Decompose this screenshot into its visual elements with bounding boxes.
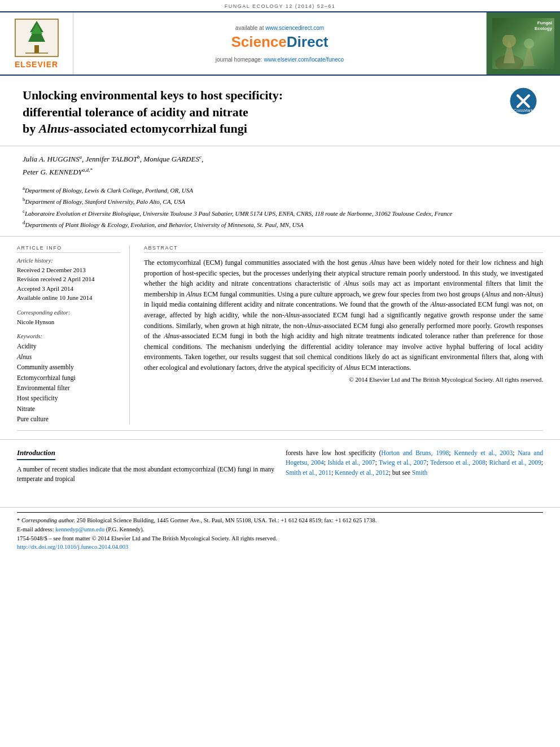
cover-label: Fungal Ecology xyxy=(535,20,552,31)
keywords-block: Keywords: Acidity Alnus Community assemb… xyxy=(17,333,121,424)
keyword-host-specificity: Host specificity xyxy=(17,393,121,403)
keyword-nitrate: Nitrate xyxy=(17,404,121,414)
header-area: ELSEVIER available at www.sciencedirect.… xyxy=(0,11,560,76)
email-link[interactable]: kennedyp@umn.edu xyxy=(55,526,104,532)
article-title-text: Unlocking environmental keys to host spe… xyxy=(23,87,509,137)
elsevier-wordmark: ELSEVIER xyxy=(15,60,58,69)
keyword-community-assembly: Community assembly xyxy=(17,362,121,372)
affiliation-a: aDepartment of Biology, Lewis & Clark Co… xyxy=(23,185,537,195)
abstract-copyright: © 2014 Elsevier Ltd and The British Myco… xyxy=(144,376,543,383)
introduction-two-col: Introduction A number of recent studies … xyxy=(17,448,543,485)
svg-rect-1 xyxy=(34,45,39,53)
journal-top-bar: FUNGAL ECOLOGY 12 (2014) 52–61 xyxy=(0,0,560,11)
introduction-left-text: A number of recent studies indicate that… xyxy=(17,465,274,485)
author-kennedy: Peter G. KENNEDYa,d,* xyxy=(23,168,93,176)
ref-twieg[interactable]: Twieg et al., 2007 xyxy=(379,459,426,466)
sciencedirect-section: available at www.sciencedirect.com Scien… xyxy=(73,12,487,75)
ref-smith-2011[interactable]: Smith et al., 2011 xyxy=(286,469,331,476)
sciencedirect-logo: ScienceDirect xyxy=(231,33,329,51)
journal-homepage: journal homepage: www.elsevier.com/locat… xyxy=(216,56,344,63)
received-date: Received 2 December 2013 xyxy=(17,265,121,275)
abstract-header: ABSTRACT xyxy=(144,245,543,253)
keywords-label: Keywords: xyxy=(17,333,121,339)
cover-background: Fungal Ecology xyxy=(492,18,554,69)
article-title-section: Unlocking environmental keys to host spe… xyxy=(0,76,560,146)
issn-footnote: 1754-5048/$ – see front matter © 2014 El… xyxy=(17,534,543,543)
revision-date: Revision received 2 April 2014 xyxy=(17,274,121,284)
history-label: Article history: xyxy=(17,257,121,264)
journal-cover-section: Fungal Ecology xyxy=(487,12,560,75)
affiliation-b: bDepartment of Biology, Stanford Univers… xyxy=(23,196,537,206)
ref-smith-partial[interactable]: Smith xyxy=(412,469,427,476)
abstract-column: ABSTRACT The ectomycorrhizal (ECM) funga… xyxy=(141,245,543,425)
available-text: available at www.sciencedirect.com xyxy=(235,25,324,31)
doi-link[interactable]: http://dx.doi.org/10.1016/j.funeco.2014.… xyxy=(17,544,128,550)
email-footnote: E-mail address: kennedyp@umn.edu (P.G. K… xyxy=(17,525,543,534)
article-history-block: Article history: Received 2 December 201… xyxy=(17,257,121,303)
elsevier-logo-container: ELSEVIER xyxy=(14,18,59,69)
available-online-date: Available online 10 June 2014 xyxy=(17,293,121,303)
crossmark-badge[interactable]: CrossMark xyxy=(509,87,537,117)
ref-horton-bruns[interactable]: Horton and Bruns, 1998 xyxy=(381,449,449,456)
corresponding-editor-block: Corresponding editor: Nicole Hynson xyxy=(17,309,121,327)
editor-name: Nicole Hynson xyxy=(17,317,121,327)
keyword-ectomycorrhizal: Ectomycorrhizal fungi xyxy=(17,373,121,383)
affiliation-d: dDepartments of Plant Biology & Ecology,… xyxy=(23,219,537,229)
editor-label: Corresponding editor: xyxy=(17,309,121,316)
ref-ishida[interactable]: Ishida et al., 2007 xyxy=(327,459,375,466)
article-info-column: ARTICLE INFO Article history: Received 2… xyxy=(17,245,130,425)
ref-kennedy-2003[interactable]: Kennedy et al., 2003 xyxy=(454,449,513,456)
author-huggins: Julia A. HUGGINSa, xyxy=(23,155,86,163)
crossmark-icon: CrossMark xyxy=(509,87,537,115)
keyword-environmental-filter: Environmental filter xyxy=(17,383,121,393)
journal-cover: Fungal Ecology xyxy=(492,18,554,69)
keyword-acidity: Acidity xyxy=(17,341,121,351)
author-talbot: Jennifer TALBOTb, xyxy=(86,155,144,163)
authors-section: Julia A. HUGGINSa, Jennifer TALBOTb, Mon… xyxy=(0,146,560,182)
elsevier-logo-section: ELSEVIER xyxy=(0,12,73,75)
abstract-text: The ectomycorrhizal (ECM) fungal communi… xyxy=(144,257,543,373)
introduction-left-col: Introduction A number of recent studies … xyxy=(17,448,274,485)
svg-point-8 xyxy=(524,38,534,49)
introduction-right-text: forests have low host specificity (Horto… xyxy=(286,448,543,478)
affiliations-section: aDepartment of Biology, Lewis & Clark Co… xyxy=(0,182,560,237)
main-content-section: Introduction A number of recent studies … xyxy=(0,439,560,496)
ref-tedersoo[interactable]: Tedersoo et al., 2008 xyxy=(430,459,485,466)
keyword-alnus: Alnus xyxy=(17,352,121,362)
affiliation-c: cLaboratoire Evolution et Diversite Biol… xyxy=(23,208,537,218)
article-info-header: ARTICLE INFO xyxy=(17,245,121,253)
author-gardes: Monique GARDESc, xyxy=(143,155,203,163)
elsevier-tree-icon xyxy=(14,18,59,58)
section-divider xyxy=(17,430,543,431)
article-title: Unlocking environmental keys to host spe… xyxy=(23,87,498,137)
footnote-divider xyxy=(17,512,543,513)
available-link[interactable]: www.sciencedirect.com xyxy=(265,25,324,31)
introduction-title: Introduction xyxy=(17,448,55,460)
cover-decoration-icon xyxy=(492,35,543,69)
footnote-area: * Corresponding author. 250 Biological S… xyxy=(0,507,560,552)
keyword-pure-culture: Pure culture xyxy=(17,414,121,424)
doi-footnote: http://dx.doi.org/10.1016/j.funeco.2014.… xyxy=(17,543,543,552)
accepted-date: Accepted 3 April 2014 xyxy=(17,284,121,294)
svg-point-7 xyxy=(502,35,516,47)
ref-kennedy-2012[interactable]: Kennedy et al., 2012 xyxy=(335,469,389,476)
article-info-abstract-section: ARTICLE INFO Article history: Received 2… xyxy=(0,237,560,430)
svg-text:CrossMark: CrossMark xyxy=(514,108,533,112)
journal-top-bar-text: FUNGAL ECOLOGY 12 (2014) 52–61 xyxy=(225,3,336,9)
corresponding-author-footnote: * Corresponding author. 250 Biological S… xyxy=(17,516,543,525)
introduction-right-col: forests have low host specificity (Horto… xyxy=(286,448,543,485)
journal-homepage-link[interactable]: www.elsevier.com/locate/funeco xyxy=(264,56,344,63)
ref-richard[interactable]: Richard et al., 2009 xyxy=(489,459,541,466)
